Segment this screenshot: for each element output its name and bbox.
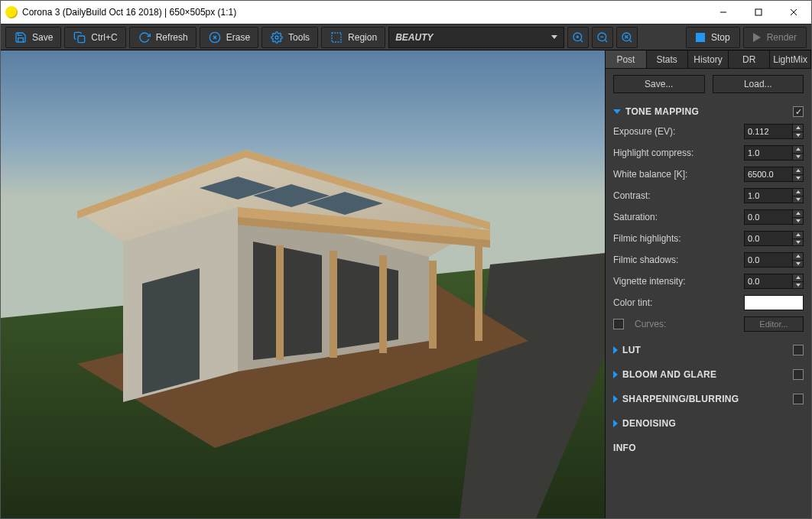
svg-rect-39 (330, 251, 337, 358)
chevron-right-icon (613, 371, 618, 378)
minimize-button[interactable] (706, 1, 741, 24)
vignette-label: Vignette intensity: (613, 276, 738, 287)
refresh-button[interactable]: Refresh (129, 27, 197, 48)
chevron-right-icon (613, 420, 618, 427)
color-tint-label: Color tint: (613, 297, 738, 308)
curves-editor-button[interactable]: Editor... (744, 316, 804, 332)
erase-button[interactable]: Erase (200, 27, 258, 48)
render-image (1, 50, 605, 518)
toolbar: Save Ctrl+C Refresh Erase Tools Region B… (1, 24, 811, 50)
chevron-down-icon (551, 35, 557, 39)
svg-rect-1 (755, 9, 762, 15)
zoom-fit-button[interactable] (616, 27, 638, 48)
refresh-label: Refresh (156, 32, 188, 43)
chevron-down-icon (613, 109, 621, 114)
tab-post[interactable]: Post (606, 50, 647, 68)
svg-line-11 (580, 40, 583, 42)
highlight-compress-label: Highlight compress: (613, 148, 738, 158)
side-panel: Post Stats History DR LightMix Save... L… (605, 50, 811, 518)
tools-button[interactable]: Tools (261, 27, 318, 48)
saturation-label: Saturation: (613, 212, 738, 222)
stop-icon (696, 33, 705, 42)
close-button[interactable] (776, 1, 811, 24)
tab-lightmix[interactable]: LightMix (770, 50, 811, 68)
region-button[interactable]: Region (321, 27, 385, 48)
curves-label: Curves: (635, 319, 738, 329)
render-button[interactable]: Render (743, 27, 807, 48)
chevron-right-icon (613, 346, 618, 354)
curves-checkbox[interactable] (613, 319, 624, 329)
section-tone-mapping[interactable]: TONE MAPPING (613, 102, 804, 121)
tab-stats[interactable]: Stats (647, 50, 688, 68)
panel-tabs: Post Stats History DR LightMix (606, 50, 811, 69)
zoom-in-button[interactable] (567, 27, 589, 48)
color-tint-swatch[interactable] (744, 295, 804, 310)
svg-rect-41 (429, 261, 437, 349)
section-sharpen[interactable]: SHARPENING/BLURRING (613, 390, 804, 408)
white-balance-label: White balance [K]: (613, 169, 738, 180)
svg-rect-4 (78, 36, 85, 43)
section-lut[interactable]: LUT (613, 341, 804, 359)
panel-load-button[interactable]: Load... (713, 75, 804, 93)
region-icon (330, 31, 343, 44)
svg-rect-9 (332, 33, 341, 42)
save-icon (14, 31, 28, 44)
tab-history[interactable]: History (688, 50, 729, 68)
tab-dr[interactable]: DR (729, 50, 770, 68)
region-label: Region (348, 32, 377, 43)
filmic-highlights-label: Filmic highlights: (613, 233, 738, 244)
svg-marker-29 (142, 268, 200, 394)
section-bloom[interactable]: BLOOM AND GLARE (613, 365, 804, 384)
svg-line-18 (629, 40, 632, 42)
exposure-label: Exposure (EV): (613, 126, 738, 137)
tools-icon (270, 31, 284, 44)
filmic-shadows-spinner[interactable]: 0.0 (744, 252, 804, 268)
refresh-icon (138, 31, 151, 44)
contrast-spinner[interactable]: 1.0 (744, 188, 804, 203)
sharpen-checkbox[interactable] (793, 394, 804, 404)
section-denoise[interactable]: DENOISING (613, 414, 804, 433)
saturation-spinner[interactable]: 0.0 (744, 209, 804, 225)
app-icon (5, 6, 18, 18)
copy-button[interactable]: Ctrl+C (64, 27, 125, 48)
exposure-spinner[interactable]: 0.112 (744, 124, 804, 139)
svg-line-15 (605, 40, 607, 42)
filmic-highlights-spinner[interactable]: 0.0 (744, 231, 804, 246)
section-info[interactable]: INFO (613, 439, 804, 457)
erase-label: Erase (226, 32, 250, 43)
chevron-right-icon (613, 395, 618, 403)
play-icon (753, 33, 761, 42)
lut-checkbox[interactable] (793, 345, 804, 355)
highlight-compress-spinner[interactable]: 1.0 (744, 145, 804, 161)
copy-label: Ctrl+C (91, 32, 117, 43)
zoom-out-button[interactable] (592, 27, 613, 48)
svg-point-8 (275, 36, 278, 39)
contrast-label: Contrast: (613, 190, 738, 201)
filmic-shadows-label: Filmic shadows: (613, 255, 738, 265)
panel-save-button[interactable]: Save... (613, 75, 705, 93)
render-pass-dropdown[interactable]: BEAUTY (388, 27, 564, 48)
copy-icon (73, 31, 86, 44)
svg-marker-27 (253, 242, 322, 360)
titlebar: Corona 3 (DailyBuild Oct 16 2018) | 650×… (1, 1, 811, 24)
render-pass-value: BEAUTY (395, 32, 433, 43)
svg-rect-38 (276, 245, 284, 360)
vignette-spinner[interactable]: 0.0 (744, 274, 804, 289)
maximize-button[interactable] (741, 1, 776, 24)
svg-marker-28 (337, 258, 398, 349)
stop-label: Stop (711, 32, 730, 43)
stop-button[interactable]: Stop (686, 27, 740, 48)
render-label: Render (767, 32, 797, 43)
window-title: Corona 3 (DailyBuild Oct 16 2018) | 650×… (22, 7, 236, 18)
white-balance-spinner[interactable]: 6500.0 (744, 167, 804, 182)
tools-label: Tools (288, 32, 310, 43)
bloom-checkbox[interactable] (793, 369, 804, 380)
svg-rect-40 (379, 255, 387, 353)
svg-rect-42 (475, 243, 482, 341)
save-button[interactable]: Save (5, 27, 61, 48)
erase-icon (208, 31, 222, 44)
save-label: Save (32, 32, 53, 43)
render-viewport[interactable] (1, 50, 605, 518)
tone-mapping-checkbox[interactable] (793, 106, 804, 117)
